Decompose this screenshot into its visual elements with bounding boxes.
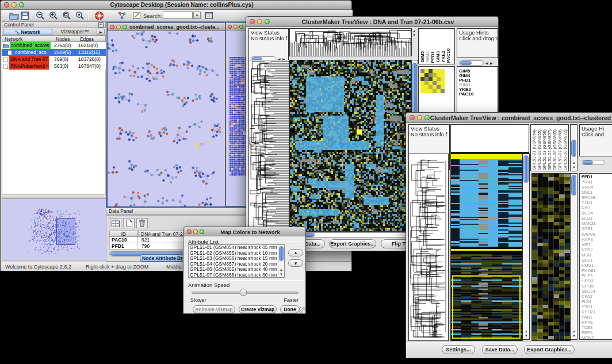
tv1-heatmap-canvas[interactable] [289, 60, 412, 232]
annotation-icon[interactable] [131, 10, 143, 21]
close-button[interactable] [228, 25, 232, 29]
data-cell-id[interactable]: PAC10 [109, 237, 138, 243]
main-window-title: Cytoscape Desktop (Session Name: collins… [14, 2, 349, 8]
close-button[interactable] [110, 25, 114, 29]
speed-slider-thumb[interactable] [240, 289, 247, 296]
zoom-button[interactable] [239, 25, 243, 29]
vizmapper-icon[interactable] [116, 10, 128, 21]
faster-label: Faster [284, 297, 299, 303]
attribute-listbox[interactable]: GPL51-01 (GSM854) heat shock 05 minGPL51… [188, 244, 285, 278]
move-up-button[interactable]: ∧ [288, 249, 303, 256]
zoom-button[interactable] [123, 25, 127, 29]
gene-item: FIG4 [580, 299, 596, 304]
network-window-titlebar[interactable]: combined_scores_good.txt--cluste... [108, 23, 225, 31]
export-graphics-button[interactable]: Export Graphics... [524, 345, 575, 354]
treeview2-titlebar[interactable]: ClusterMaker TreeView : combined_scores_… [406, 113, 612, 123]
delete-attribute-trash-icon[interactable] [136, 218, 148, 228]
export-graphics-button[interactable]: Export Graphics... [329, 239, 376, 248]
vscroll-thumb[interactable] [571, 175, 576, 196]
save-data-button[interactable]: Save Data... [482, 345, 518, 354]
close-button[interactable] [250, 19, 255, 24]
status-welcome: Welcome to Cytoscape 2.6.2 [5, 264, 71, 270]
gene-item: TCB3 [580, 325, 596, 330]
tab-overflow-arrow[interactable]: ▶ [97, 29, 105, 35]
network-canvas[interactable] [108, 31, 225, 206]
tv1-heatmap-hscrollbar[interactable] [289, 232, 411, 237]
search-input[interactable] [163, 12, 193, 19]
scroll-up-arrow[interactable]: ▲ [525, 329, 527, 334]
tv1-zoom-matrix-canvas[interactable] [420, 69, 445, 93]
tv2-labels-vscrollbar[interactable]: ▲ ▼ [570, 124, 577, 171]
gene-item: YRA1 [580, 179, 596, 185]
scroll-up-arrow[interactable]: ▲ [572, 161, 575, 165]
search-dropdown-arrow[interactable]: ▼ [193, 12, 201, 19]
help-lifebuoy-icon[interactable] [93, 10, 105, 21]
scroll-down-arrow[interactable]: ▼ [572, 334, 575, 338]
data-col-id[interactable]: ID [109, 231, 138, 237]
vscroll-thumb[interactable] [571, 140, 576, 157]
zoom-fit-icon[interactable] [60, 10, 73, 21]
close-button[interactable] [4, 2, 9, 7]
scroll-down-arrow[interactable]: ▼ [525, 334, 527, 338]
settings-button[interactable]: Settings... [442, 345, 475, 354]
network-row-combined-scores[interactable]: combined_scores 2764(0) 16218(0) [2, 42, 106, 49]
gene-item: MON2 [580, 335, 596, 340]
attribute-items: GPL51-01 (GSM854) heat shock 05 minGPL51… [189, 245, 284, 278]
done-button[interactable]: Done [280, 305, 300, 313]
main-titlebar[interactable]: Cytoscape Desktop (Session Name: collins… [1, 1, 351, 10]
new-attribute-icon[interactable] [123, 218, 135, 228]
zoom-out-icon[interactable] [34, 10, 47, 21]
tv2-column-labels-panel[interactable]: GPL51-01 (GSM854)GPL51-02 (GSM855)GPL51-… [530, 124, 569, 171]
resize-grip[interactable] [299, 307, 305, 313]
gene-item: KAP95 [580, 232, 596, 237]
tv2-usage-hscrollbar[interactable] [582, 160, 605, 165]
scroll-right-arrow[interactable]: ▶ [490, 62, 492, 66]
tv1-row-dendrogram-canvas[interactable] [248, 60, 289, 232]
treeview1-titlebar[interactable]: ClusterMaker TreeView : DNA and Tran 07-… [246, 17, 498, 27]
tab-network[interactable]: Network [3, 29, 52, 35]
minimize-button[interactable] [116, 25, 121, 29]
tv1-column-labels: GIM5GIM4PFD1GIM3YKE2PAC10 [420, 48, 451, 63]
network-view-window: combined_scores_good.txt--cluste... [107, 22, 225, 206]
close-button[interactable] [187, 229, 192, 234]
scroll-left-arrow[interactable]: ◀ [485, 62, 488, 66]
scroll-down-arrow[interactable]: ▼ [572, 166, 575, 170]
hscroll-thumb[interactable] [583, 160, 593, 164]
vscroll-thumb[interactable] [523, 155, 529, 183]
tv2-zoom-heatmap-canvas[interactable] [531, 173, 571, 341]
tv2-column-dendrogram-area[interactable] [450, 124, 529, 152]
create-vizmap-button[interactable]: Create Vizmap [239, 305, 277, 313]
network-row-combined-sco-selected[interactable]: combined_sco 2569(6) 13112(15) [2, 49, 106, 56]
tv2-zoom-vscrollbar[interactable]: ▲ ▼ [570, 173, 577, 340]
vscroll-thumb[interactable] [279, 246, 284, 261]
save-icon[interactable] [18, 10, 31, 21]
dialog-titlebar[interactable]: Map Colors to Network [183, 227, 305, 236]
tv2-gene-labels-panel[interactable]: PFD1YRA1RNR4MSL1SPC98CLN1NIS1BUD4ELG1MAK… [579, 173, 612, 340]
zoom-selected-icon[interactable] [74, 10, 86, 21]
attribute-browser-icon[interactable] [203, 10, 216, 21]
tab-vizmapper[interactable]: VizMapper™ [55, 29, 95, 35]
listbox-vscrollbar[interactable]: ▲ ▼ [278, 245, 284, 277]
tv1-column-labels-panel[interactable]: GIM5GIM4PFD1GIM3YKE2PAC10 [418, 28, 455, 64]
tv2-heatmap-canvas[interactable] [450, 154, 523, 341]
close-button[interactable] [410, 115, 415, 120]
tiny-scroll-arrows[interactable]: ▲▼ [412, 29, 415, 37]
scroll-down-arrow[interactable]: ▼ [280, 273, 282, 277]
col-edges: Edges [80, 36, 94, 42]
network-row-dna-tran[interactable]: DNA and Tran 07 769(0) 183728(0) [2, 56, 106, 63]
scroll-up-arrow[interactable]: ▲ [280, 268, 282, 272]
minimize-button[interactable] [234, 25, 238, 29]
hscroll-thumb[interactable] [460, 61, 472, 65]
birdseye-view-canvas[interactable] [2, 198, 107, 260]
tv1-column-dendrogram-canvas[interactable] [289, 28, 412, 56]
data-cell-id[interactable]: PFD1 [109, 243, 138, 250]
scroll-up-arrow[interactable]: ▲ [572, 329, 575, 334]
move-down-button[interactable]: ∨ [288, 259, 303, 267]
select-attributes-icon[interactable] [110, 218, 121, 228]
zoom-in-icon[interactable] [47, 10, 60, 21]
animate-vizmap-button[interactable]: Animate Vizmap [193, 305, 235, 313]
tv2-row-dendrogram-canvas[interactable] [408, 154, 449, 341]
network-row-rnapuber[interactable]: RNAPuberNov2+ 563(0) 107847(0) [2, 63, 106, 70]
tv2-heatmap-vscrollbar[interactable]: ▲ ▼ [522, 154, 530, 340]
tv1-usage-hscrollbar[interactable] [459, 60, 484, 66]
